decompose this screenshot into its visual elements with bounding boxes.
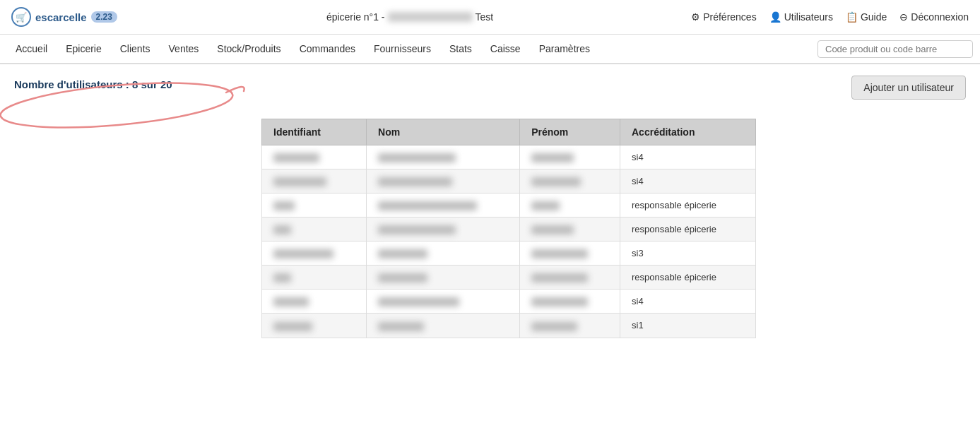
table-row[interactable]: si4 <box>262 290 756 314</box>
content: Nombre d'utilisateurs : 8 sur 20 Ajouter… <box>0 64 980 352</box>
table-row[interactable]: responsable épicerie <box>262 218 756 242</box>
cell-prenom <box>520 145 620 169</box>
deconnexion-icon: ⊖ <box>899 11 908 23</box>
logo[interactable]: 🛒 escarcelle 2.23 <box>11 7 117 27</box>
cell-nom <box>367 145 520 169</box>
preferences-nav-item[interactable]: ⚙ Préférences <box>691 11 756 23</box>
nav-commandes[interactable]: Commandes <box>291 35 364 63</box>
nav-stats[interactable]: Stats <box>441 35 480 63</box>
nav-fournisseurs[interactable]: Fournisseurs <box>365 35 439 63</box>
table-header-row: Identifiant Nom Prénom Accréditation <box>262 119 756 145</box>
cell-identifiant <box>262 218 367 242</box>
cell-prenom <box>520 266 620 290</box>
nav-accueil[interactable]: Accueil <box>7 35 56 63</box>
store-suffix: Test <box>476 11 494 23</box>
cell-prenom <box>520 290 620 314</box>
cell-prenom <box>520 218 620 242</box>
cell-accreditation: responsable épicerie <box>620 193 756 218</box>
topbar-nav: ⚙ Préférences 👤 Utilisateurs 📋 Guide ⊖ D… <box>691 11 969 23</box>
cell-nom <box>367 242 520 266</box>
cell-nom <box>367 169 520 193</box>
table-row[interactable]: si4 <box>262 169 756 193</box>
cell-prenom <box>520 169 620 193</box>
mainnav: Accueil Epicerie Clients Ventes Stock/Pr… <box>0 35 980 64</box>
cell-prenom <box>520 242 620 266</box>
nav-clients[interactable]: Clients <box>112 35 159 63</box>
col-nom: Nom <box>367 119 520 145</box>
table-row[interactable]: responsable épicerie <box>262 266 756 290</box>
cell-identifiant <box>262 290 367 314</box>
utilisateurs-label: Utilisateurs <box>784 11 833 23</box>
nav-ventes[interactable]: Ventes <box>160 35 208 63</box>
deconnexion-nav-item[interactable]: ⊖ Déconnexion <box>899 11 969 23</box>
cell-identifiant <box>262 169 367 193</box>
users-table-wrapper: Identifiant Nom Prénom Accréditation si4 <box>261 119 966 338</box>
cell-accreditation: responsable épicerie <box>620 218 756 242</box>
logo-icon: 🛒 <box>11 7 31 27</box>
cell-accreditation: si3 <box>620 242 756 266</box>
nav-parametres[interactable]: Paramètres <box>531 35 598 63</box>
table-row[interactable]: responsable épicerie <box>262 193 756 218</box>
store-prefix: épicerie n°1 - <box>326 11 385 23</box>
col-accreditation: Accréditation <box>620 119 756 145</box>
deconnexion-label: Déconnexion <box>911 11 969 23</box>
logo-text: escarcelle <box>35 11 87 23</box>
table-row[interactable]: si3 <box>262 242 756 266</box>
cell-identifiant <box>262 242 367 266</box>
table-row[interactable]: si4 <box>262 145 756 169</box>
cell-accreditation: si4 <box>620 290 756 314</box>
guide-nav-item[interactable]: 📋 Guide <box>846 11 887 23</box>
cell-accreditation: si1 <box>620 314 756 338</box>
col-identifiant: Identifiant <box>262 119 367 145</box>
cell-nom <box>367 266 520 290</box>
store-blurred <box>388 12 473 22</box>
add-user-button[interactable]: Ajouter un utilisateur <box>851 76 966 100</box>
cell-prenom <box>520 314 620 338</box>
cell-accreditation: si4 <box>620 169 756 193</box>
nav-caisse[interactable]: Caisse <box>482 35 529 63</box>
cell-identifiant <box>262 193 367 218</box>
guide-label: Guide <box>861 11 887 23</box>
guide-icon: 📋 <box>846 11 858 23</box>
cell-identifiant <box>262 145 367 169</box>
cell-identifiant <box>262 266 367 290</box>
topbar: 🛒 escarcelle 2.23 épicerie n°1 - Test ⚙ … <box>0 0 980 35</box>
table-row[interactable]: si1 <box>262 314 756 338</box>
search-container[interactable] <box>817 40 973 58</box>
store-info: épicerie n°1 - Test <box>129 11 691 23</box>
cell-nom <box>367 193 520 218</box>
search-input[interactable] <box>817 40 973 58</box>
cell-nom <box>367 218 520 242</box>
version-badge: 2.23 <box>91 11 117 23</box>
users-table: Identifiant Nom Prénom Accréditation si4 <box>261 119 756 338</box>
cell-identifiant <box>262 314 367 338</box>
cell-accreditation: responsable épicerie <box>620 266 756 290</box>
preferences-label: Préférences <box>703 11 756 23</box>
preferences-icon: ⚙ <box>691 11 700 23</box>
utilisateurs-nav-item[interactable]: 👤 Utilisateurs <box>769 11 833 23</box>
nav-stock[interactable]: Stock/Produits <box>208 35 289 63</box>
cell-nom <box>367 314 520 338</box>
nav-epicerie[interactable]: Epicerie <box>57 35 110 63</box>
cell-prenom <box>520 193 620 218</box>
cell-accreditation: si4 <box>620 145 756 169</box>
utilisateurs-icon: 👤 <box>769 11 781 23</box>
user-count-label: Nombre d'utilisateurs : 8 sur 20 <box>14 78 172 90</box>
cell-nom <box>367 290 520 314</box>
col-prenom: Prénom <box>520 119 620 145</box>
